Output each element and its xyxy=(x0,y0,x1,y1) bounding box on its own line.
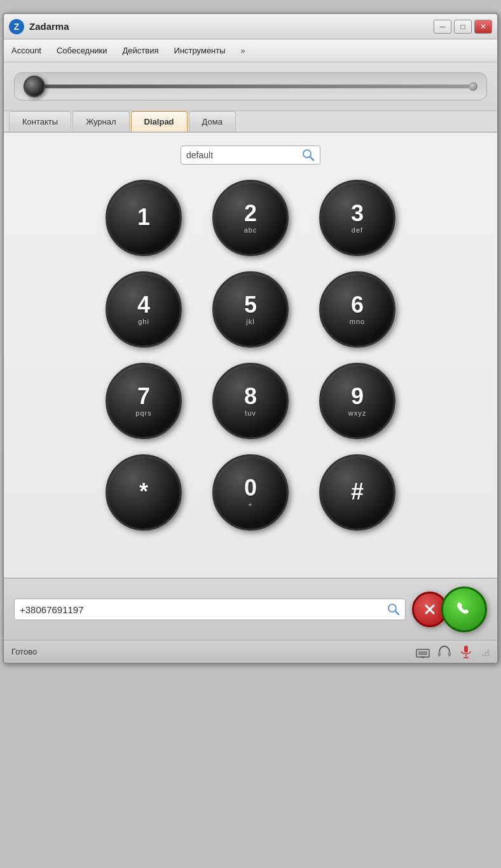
dial-digit-0: 0 xyxy=(244,477,257,499)
window-controls: ─ □ ✕ xyxy=(434,20,492,34)
dial-letters-8: tuv xyxy=(245,409,256,417)
dial-letters-6: mno xyxy=(350,318,365,325)
search-row xyxy=(17,146,484,165)
volume-slider-knob[interactable] xyxy=(24,76,45,97)
dialpad-search-input[interactable] xyxy=(186,150,302,160)
phone-search-icon xyxy=(387,603,400,616)
menu-more-button[interactable]: » xyxy=(241,46,245,55)
dial-letters-4: ghi xyxy=(138,318,149,325)
tab-contacts[interactable]: Контакты xyxy=(9,111,71,132)
dial-button-5[interactable]: 5 jkl xyxy=(212,271,289,348)
tab-dialpad[interactable]: Dialpad xyxy=(131,111,188,132)
dial-button-2[interactable]: 2 abc xyxy=(212,180,289,256)
tab-journal[interactable]: Журнал xyxy=(72,111,129,132)
dial-letters-3: def xyxy=(352,226,363,234)
titlebar: Z Zadarma ─ □ ✕ xyxy=(4,14,497,39)
dial-letters-0: + xyxy=(248,501,252,508)
dial-digit-9: 9 xyxy=(351,385,364,408)
menu-item-actions[interactable]: Действия xyxy=(120,44,161,57)
maximize-button[interactable]: □ xyxy=(454,20,472,34)
dial-button-hash[interactable]: # xyxy=(319,454,395,531)
headset-icon[interactable] xyxy=(437,645,451,659)
tabs-bar: Контакты Журнал Dialpad Дома xyxy=(4,111,497,133)
dial-button-3[interactable]: 3 def xyxy=(319,180,395,256)
dial-digit-star: * xyxy=(139,480,148,503)
volume-slider-track[interactable] xyxy=(24,85,477,88)
network-icon[interactable] xyxy=(416,645,430,659)
minimize-button[interactable]: ─ xyxy=(434,20,451,34)
dial-letters-2: abc xyxy=(244,226,257,234)
dial-button-0[interactable]: 0 + xyxy=(212,454,289,531)
volume-max-icon xyxy=(469,82,477,91)
dial-digit-hash: # xyxy=(351,480,364,503)
menu-item-contacts[interactable]: Собеседники xyxy=(54,44,110,57)
phone-search-button[interactable] xyxy=(387,603,400,616)
dial-digit-3: 3 xyxy=(351,202,364,225)
close-button[interactable]: ✕ xyxy=(474,20,492,34)
dial-digit-7: 7 xyxy=(137,385,150,408)
dial-digit-8: 8 xyxy=(244,385,257,408)
volume-slider-area xyxy=(4,62,497,111)
phone-number-input[interactable] xyxy=(20,604,387,615)
titlebar-left: Z Zadarma xyxy=(9,19,69,34)
phone-input-box xyxy=(14,599,406,620)
bottom-bar xyxy=(4,578,497,640)
dialpad-grid: 1 2 abc 3 def 4 ghi 5 jkl 6 mno xyxy=(98,180,403,531)
call-button[interactable] xyxy=(441,587,487,632)
svg-rect-9 xyxy=(448,652,451,656)
svg-line-1 xyxy=(310,157,313,160)
dial-digit-6: 6 xyxy=(351,294,364,316)
dialpad-area: 1 2 abc 3 def 4 ghi 5 jkl 6 mno xyxy=(4,133,497,578)
dial-letters-9: wxyz xyxy=(348,409,366,417)
dial-button-star[interactable]: * xyxy=(106,454,182,531)
svg-point-14 xyxy=(485,654,487,656)
svg-point-15 xyxy=(488,651,490,653)
svg-rect-5 xyxy=(418,651,427,655)
menubar: Account Собеседники Действия Инструменты… xyxy=(4,39,497,62)
dial-digit-2: 2 xyxy=(244,202,257,225)
app-window: Z Zadarma ─ □ ✕ Account Собеседники Дейс… xyxy=(3,13,498,664)
dial-button-6[interactable]: 6 mno xyxy=(319,271,395,348)
call-icon xyxy=(455,600,474,619)
status-icons xyxy=(416,645,490,659)
tab-home[interactable]: Дома xyxy=(189,111,236,132)
svg-rect-10 xyxy=(464,646,468,653)
menu-item-tools[interactable]: Инструменты xyxy=(172,44,228,57)
svg-point-16 xyxy=(483,654,484,656)
slider-track-container xyxy=(14,72,487,100)
dial-letters-5: jkl xyxy=(246,318,254,325)
dial-button-9[interactable]: 9 wxyz xyxy=(319,363,395,439)
status-text: Готово xyxy=(11,647,37,656)
search-box xyxy=(181,146,320,165)
svg-line-3 xyxy=(395,611,399,614)
svg-rect-8 xyxy=(438,652,441,656)
dial-button-7[interactable]: 7 pqrs xyxy=(106,363,182,439)
dial-button-4[interactable]: 4 ghi xyxy=(106,271,182,348)
call-buttons xyxy=(412,587,487,632)
dial-button-8[interactable]: 8 tuv xyxy=(212,363,289,439)
resize-grip[interactable] xyxy=(481,648,490,656)
dial-digit-5: 5 xyxy=(244,294,257,316)
svg-point-17 xyxy=(485,651,487,653)
svg-point-18 xyxy=(488,649,490,651)
search-icon xyxy=(302,149,315,161)
dial-letters-7: pqrs xyxy=(135,409,151,417)
hangup-icon xyxy=(422,602,437,617)
app-icon: Z xyxy=(9,19,24,34)
statusbar: Готово xyxy=(4,640,497,663)
dial-button-1[interactable]: 1 xyxy=(106,180,182,256)
svg-point-13 xyxy=(488,654,490,656)
dial-digit-1: 1 xyxy=(137,206,150,229)
app-title: Zadarma xyxy=(29,21,69,32)
mic-icon[interactable] xyxy=(459,645,473,659)
menu-item-account[interactable]: Account xyxy=(9,44,44,57)
dialpad-search-button[interactable] xyxy=(302,149,315,161)
dial-digit-4: 4 xyxy=(137,294,150,316)
